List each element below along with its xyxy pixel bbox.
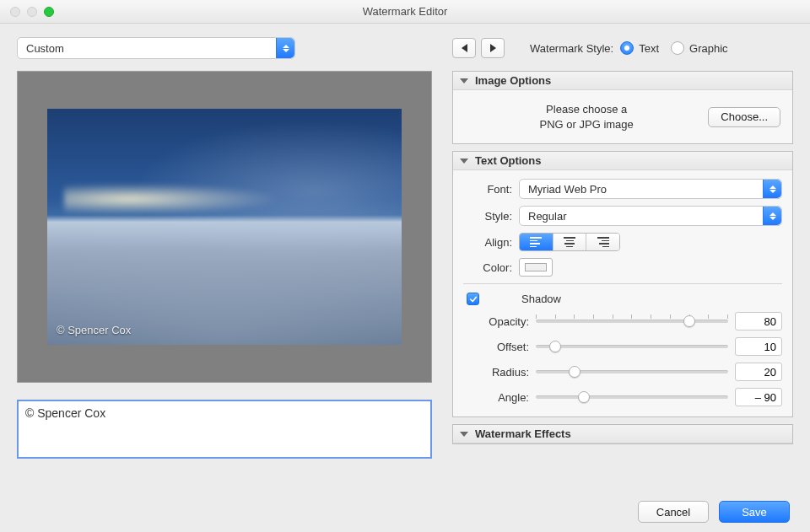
opacity-slider[interactable]	[536, 313, 728, 330]
chevron-up-down-icon	[763, 207, 781, 225]
align-segmented-control	[519, 233, 620, 251]
text-options-header[interactable]: Text Options	[453, 152, 792, 170]
preset-popup[interactable]: Custom	[17, 37, 295, 59]
style-radio-graphic-label: Graphic	[689, 42, 728, 55]
traffic-lights	[0, 7, 54, 17]
radio-selected-icon	[620, 41, 634, 55]
watermark-effects-header achievement[interactable]: Watermark Effects	[453, 425, 792, 443]
cancel-button[interactable]: Cancel	[638, 501, 709, 523]
align-right-button[interactable]	[586, 234, 619, 250]
shadow-label: Shadow	[521, 293, 561, 305]
color-swatch-icon	[525, 263, 547, 271]
align-center-icon	[564, 237, 575, 247]
text-options-title: Text Options	[475, 154, 541, 167]
radius-slider[interactable]	[536, 363, 728, 380]
zoom-window-button[interactable]	[44, 7, 54, 17]
preview-photo	[47, 109, 402, 345]
watermark-effects-title: Watermark Effects	[475, 427, 571, 440]
chevron-up-down-icon	[276, 38, 294, 58]
style-radio-text[interactable]: Text	[620, 41, 659, 55]
align-left-button[interactable]	[520, 234, 554, 250]
divider	[463, 283, 782, 284]
minimize-window-button[interactable]	[27, 7, 37, 17]
choose-image-button[interactable]: Choose...	[708, 107, 780, 127]
offset-label: Offset:	[463, 341, 529, 353]
image-options-hint: Please choose a PNG or JPG image	[465, 102, 708, 132]
disclosure-triangle-icon	[460, 78, 468, 83]
preset-selected: Custom	[26, 42, 64, 55]
style-radio-graphic[interactable]: Graphic	[671, 41, 728, 55]
watermark-effects-panel: Watermark Effects	[452, 424, 793, 444]
shadow-checkbox[interactable]	[467, 293, 479, 305]
dialog-footer: Cancel Save	[0, 496, 810, 528]
angle-label: Angle:	[463, 391, 529, 404]
style-radio-text-label: Text	[639, 42, 659, 55]
image-options-header[interactable]: Image Options	[453, 72, 792, 90]
radio-unselected-icon	[671, 41, 684, 55]
triangle-left-icon	[462, 44, 467, 52]
color-label: Color:	[463, 261, 512, 274]
save-button[interactable]: Save	[719, 501, 790, 523]
watermark-preview: © Spencer Cox	[17, 71, 432, 383]
angle-slider[interactable]	[536, 389, 728, 406]
style-label: Style:	[463, 210, 512, 223]
font-popup[interactable]: Myriad Web Pro	[519, 179, 782, 199]
image-options-panel: Image Options Please choose a PNG or JPG…	[452, 71, 793, 144]
font-style-selected: Regular	[528, 210, 567, 223]
align-label: Align:	[463, 236, 512, 249]
opacity-label: Opacity:	[463, 315, 529, 328]
next-preset-button[interactable]	[481, 38, 505, 58]
font-style-popup[interactable]: Regular	[519, 206, 782, 226]
font-label: Font:	[463, 183, 512, 196]
titlebar: Watermark Editor	[0, 0, 810, 24]
align-center-button[interactable]	[554, 234, 587, 250]
close-window-button[interactable]	[10, 7, 20, 17]
watermark-text-input[interactable]	[17, 400, 432, 459]
color-swatch-button[interactable]	[519, 258, 553, 277]
window-title: Watermark Editor	[0, 5, 810, 18]
radius-label: Radius:	[463, 366, 529, 379]
watermark-style-label: Watermark Style:	[530, 42, 613, 55]
watermark-overlay-text: © Spencer Cox	[57, 324, 131, 336]
align-left-icon	[530, 237, 542, 247]
check-icon	[469, 295, 478, 304]
disclosure-triangle-icon	[460, 159, 468, 164]
disclosure-triangle-icon	[460, 432, 468, 437]
font-selected: Myriad Web Pro	[528, 183, 607, 196]
prev-preset-button[interactable]	[452, 38, 476, 58]
chevron-up-down-icon	[763, 180, 781, 198]
radius-value[interactable]	[735, 363, 782, 381]
offset-value[interactable]	[735, 337, 782, 356]
triangle-right-icon	[490, 44, 496, 52]
image-options-title: Image Options	[475, 74, 551, 87]
angle-value[interactable]	[735, 388, 782, 406]
opacity-value[interactable]	[735, 312, 782, 330]
text-options-panel: Text Options Font: Myriad Web Pro Style:…	[452, 151, 793, 417]
offset-slider[interactable]	[536, 338, 728, 355]
align-right-icon	[597, 237, 609, 247]
